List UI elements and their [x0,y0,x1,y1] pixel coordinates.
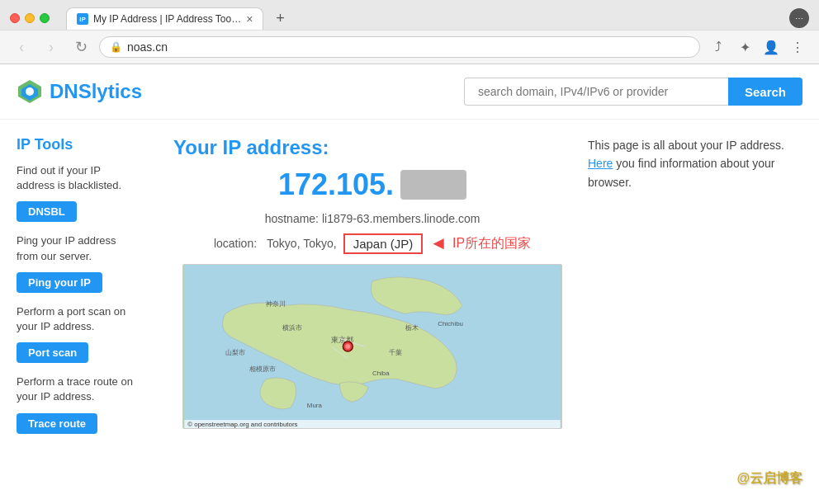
search-bar: Search [464,78,802,106]
tab-bar: IP My IP Address | IP Address Too… × + [66,7,291,30]
annotation-text: IP所在的国家 [452,235,531,252]
ping-button[interactable]: Ping your IP [17,272,102,293]
close-button[interactable] [10,13,20,23]
reload-button[interactable]: ↻ [69,35,92,59]
logo-icon [17,78,43,105]
address-text: noas.cn [127,40,689,54]
svg-text:Mura: Mura [307,402,323,409]
location-box: Japan (JP) [343,233,424,254]
main-layout: IP Tools Find out if your IP address is … [0,120,819,462]
svg-text:相模原市: 相模原市 [250,365,277,373]
address-bar[interactable]: 🔒 noas.cn [99,36,700,58]
svg-text:Chichibu: Chichibu [438,320,463,327]
right-info: This page is all about your IP address. … [588,136,802,445]
back-button[interactable]: ‹ [10,35,33,59]
right-info-text: This page is all about your IP address. … [588,136,802,191]
map-svg: 東京都 横浜市 相模原市 千葉 Chiba 栃木 Chichibu 神奈川 山梨… [183,265,561,428]
here-link[interactable]: Here [588,157,613,170]
sidebar-item-0-text: Find out if your IP address is blacklist… [17,163,140,193]
logo-text: DNSlytics [50,80,142,103]
svg-text:千葉: 千葉 [389,349,402,356]
ip-location: location: Tokyo, Tokyo, Japan (JP) ◄ IP所… [173,233,571,254]
forward-button[interactable]: › [40,35,63,59]
tab-favicon: IP [77,13,88,25]
active-tab[interactable]: IP My IP Address | IP Address Too… × [66,7,263,30]
browser-menu-button[interactable]: ⋮ [786,35,809,59]
ip-title: Your IP address: [173,136,571,159]
red-arrow-icon: ◄ [429,233,447,254]
svg-text:© openstreetmap.org and contri: © openstreetmap.org and contributors [187,421,297,428]
port-scan-button[interactable]: Port scan [17,342,88,363]
svg-text:山梨市: 山梨市 [225,349,245,356]
sidebar-item-2-text: Perform a port scan on your IP address. [17,304,140,334]
svg-text:横浜市: 横浜市 [282,324,302,332]
browser-chrome: IP My IP Address | IP Address Too… × + ⋯… [0,0,819,64]
sidebar-item-1-text: Ping your IP address from our server. [17,233,140,263]
tab-title: My IP Address | IP Address Too… [93,13,241,25]
search-input[interactable] [464,78,728,106]
page: DNSlytics Search IP Tools Find out if yo… [0,64,819,477]
logo[interactable]: DNSlytics [17,78,142,105]
sidebar-item-3-text: Perform a trace route on your IP address… [17,374,140,404]
svg-point-17 [345,344,350,349]
tab-close-button[interactable]: × [246,13,253,25]
search-button[interactable]: Search [728,78,802,106]
ip-visible: 172.105. [278,167,394,202]
trace-route-button[interactable]: Trace route [17,413,97,434]
svg-point-2 [26,87,34,96]
maximize-button[interactable] [40,13,50,23]
lock-icon: 🔒 [110,41,122,53]
traffic-lights [10,13,50,23]
browser-menu-icon[interactable]: ⋯ [789,8,809,28]
svg-text:栃木: 栃木 [405,324,419,332]
new-tab-button[interactable]: + [268,7,291,30]
title-bar: IP My IP Address | IP Address Too… × + ⋯ [0,0,819,30]
ip-hidden [400,170,466,200]
nav-bar: ‹ › ↻ 🔒 noas.cn ⤴ ✦ 👤 ⋮ [0,30,819,64]
nav-actions: ⤴ ✦ 👤 ⋮ [707,35,809,59]
arrow-annotation: ◄ IP所在的国家 [429,233,531,254]
ip-hostname: hostname: li1879-63.members.linode.com [173,209,571,229]
share-button[interactable]: ⤴ [707,35,730,59]
ip-address: 172.105. [173,167,571,202]
map-container: 東京都 横浜市 相模原市 千葉 Chiba 栃木 Chichibu 神奈川 山梨… [182,264,562,429]
dnsbl-button[interactable]: DNSBL [17,201,77,222]
sidebar: IP Tools Find out if your IP address is … [17,136,157,445]
profile-button[interactable]: 👤 [760,35,783,59]
content: Your IP address: 172.105. hostname: li18… [157,136,588,445]
extensions-button[interactable]: ✦ [733,35,756,59]
sidebar-title: IP Tools [17,136,140,153]
svg-text:Chiba: Chiba [372,370,390,377]
site-header: DNSlytics Search [0,64,819,120]
minimize-button[interactable] [25,13,35,23]
svg-text:神奈川: 神奈川 [266,300,286,308]
